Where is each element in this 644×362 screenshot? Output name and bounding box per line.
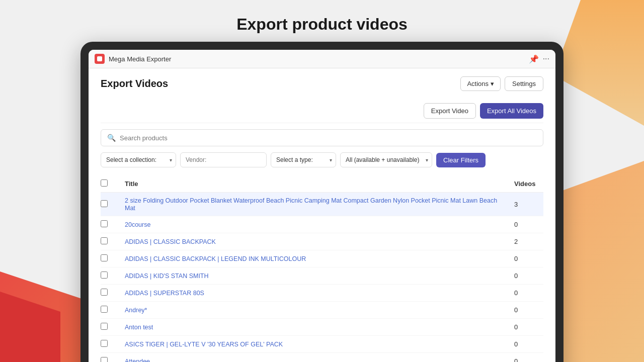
row-checkbox-cell: [101, 216, 119, 233]
page-title: Export product videos: [0, 0, 644, 42]
row-checkbox-cell: [101, 336, 119, 353]
header-buttons: Actions ▾ Settings: [460, 76, 543, 91]
table-row: 2 size Folding Outdoor Pocket Blanket Wa…: [101, 193, 543, 216]
row-checkbox-cell: [101, 319, 119, 336]
collection-filter-wrapper: Select a collection:: [101, 152, 176, 167]
products-tbody: 2 size Folding Outdoor Pocket Blanket Wa…: [101, 193, 543, 363]
search-input[interactable]: [120, 134, 537, 142]
select-all-checkbox[interactable]: [101, 179, 108, 187]
video-count: 0: [514, 340, 518, 348]
row-checkbox-cell: [101, 285, 119, 302]
type-filter[interactable]: Select a type:: [271, 152, 336, 167]
table-row: ADIDAS | SUPERSTAR 80S0: [101, 285, 543, 302]
table-row: ADIDAS | KID'S STAN SMITH0: [101, 267, 543, 285]
table-row: ASICS TIGER | GEL-LYTE V '30 YEARS OF GE…: [101, 336, 543, 353]
row-checkbox-cell: [101, 267, 119, 285]
product-title-cell: Andrey*: [119, 302, 508, 319]
product-videos-cell: 0: [508, 285, 543, 302]
type-filter-wrapper: Select a type:: [271, 152, 336, 167]
videos-column-header: Videos: [508, 175, 543, 193]
video-count: 3: [514, 201, 518, 208]
toolbar-row: Export Video Export All Videos: [101, 99, 543, 123]
row-checkbox[interactable]: [101, 289, 108, 296]
row-checkbox[interactable]: [101, 272, 108, 279]
video-count: 0: [514, 255, 518, 262]
search-bar: 🔍: [101, 129, 543, 146]
product-title-cell: ADIDAS | SUPERSTAR 80S: [119, 285, 508, 302]
product-title-cell: ADIDAS | CLASSIC BACKPACK | LEGEND INK M…: [119, 250, 508, 267]
header-row: Export Videos Actions ▾ Settings: [101, 76, 543, 91]
collection-filter[interactable]: Select a collection:: [101, 152, 176, 167]
row-checkbox-cell: [101, 233, 119, 250]
product-link[interactable]: 20course: [125, 221, 150, 228]
availability-filter[interactable]: All (available + unavailable): [340, 152, 432, 167]
export-videos-title: Export Videos: [101, 78, 168, 89]
products-table: Title Videos 2 size Folding Outdoor Pock…: [101, 175, 543, 362]
video-count: 0: [514, 221, 518, 228]
main-content: Export Videos Actions ▾ Settings Export …: [89, 68, 555, 362]
video-count: 0: [514, 272, 518, 280]
product-videos-cell: 0: [508, 336, 543, 353]
table-row: ADIDAS | CLASSIC BACKPACK | LEGEND INK M…: [101, 250, 543, 267]
product-videos-cell: 2: [508, 233, 543, 250]
product-title-cell: 2 size Folding Outdoor Pocket Blanket Wa…: [119, 193, 508, 216]
table-row: Attendee0: [101, 353, 543, 363]
table-header-row: Title Videos: [101, 175, 543, 193]
table-header: Title Videos: [101, 175, 543, 193]
actions-label: Actions: [467, 80, 489, 87]
app-name: Mega Media Exporter: [109, 55, 525, 63]
product-title-cell: 20course: [119, 216, 508, 233]
video-count: 0: [514, 306, 518, 314]
product-videos-cell: 0: [508, 267, 543, 285]
product-link[interactable]: ADIDAS | SUPERSTAR 80S: [125, 290, 204, 297]
vendor-filter[interactable]: [180, 152, 267, 167]
filters-row: Select a collection: Select a type: All …: [101, 152, 543, 167]
settings-button[interactable]: Settings: [505, 76, 543, 91]
video-count: 0: [514, 357, 518, 362]
availability-filter-wrapper: All (available + unavailable): [340, 152, 432, 167]
video-count: 0: [514, 323, 518, 331]
table-row: Andrey*0: [101, 302, 543, 319]
tablet-frame: Mega Media Exporter 📌 ··· Export Videos …: [80, 42, 564, 362]
tablet-screen: Mega Media Exporter 📌 ··· Export Videos …: [89, 50, 555, 362]
product-link[interactable]: ASICS TIGER | GEL-LYTE V '30 YEARS OF GE…: [125, 341, 283, 348]
app-icon-inner: [97, 56, 102, 61]
product-title-cell: Anton test: [119, 319, 508, 336]
video-count: 2: [514, 238, 518, 245]
product-link[interactable]: ADIDAS | CLASSIC BACKPACK | LEGEND INK M…: [125, 255, 306, 262]
product-link[interactable]: 2 size Folding Outdoor Pocket Blanket Wa…: [125, 197, 497, 212]
actions-button[interactable]: Actions ▾: [460, 76, 501, 91]
row-checkbox[interactable]: [101, 340, 108, 347]
product-link[interactable]: Andrey*: [125, 307, 147, 314]
export-all-videos-button[interactable]: Export All Videos: [480, 103, 543, 119]
product-link[interactable]: ADIDAS | KID'S STAN SMITH: [125, 273, 209, 280]
row-checkbox[interactable]: [101, 237, 108, 244]
row-checkbox[interactable]: [101, 220, 108, 227]
more-icon[interactable]: ···: [543, 54, 549, 63]
product-videos-cell: 0: [508, 216, 543, 233]
clear-filters-button[interactable]: Clear Filters: [436, 153, 486, 167]
table-row: Anton test0: [101, 319, 543, 336]
select-all-header: [101, 175, 119, 193]
pin-icon[interactable]: 📌: [529, 54, 539, 64]
row-checkbox-cell: [101, 193, 119, 216]
row-checkbox[interactable]: [101, 306, 108, 313]
product-link[interactable]: Anton test: [125, 324, 153, 331]
product-videos-cell: 0: [508, 302, 543, 319]
row-checkbox[interactable]: [101, 254, 108, 261]
product-link[interactable]: ADIDAS | CLASSIC BACKPACK: [125, 238, 216, 245]
product-videos-cell: 0: [508, 353, 543, 363]
product-videos-cell: 0: [508, 250, 543, 267]
title-column-header: Title: [119, 175, 508, 193]
row-checkbox-cell: [101, 250, 119, 267]
product-videos-cell: 3: [508, 193, 543, 216]
row-checkbox[interactable]: [101, 200, 108, 207]
app-icon: [95, 54, 105, 64]
table-row: 20course0: [101, 216, 543, 233]
row-checkbox[interactable]: [101, 357, 108, 362]
product-link[interactable]: Attendee: [125, 358, 150, 362]
row-checkbox[interactable]: [101, 323, 108, 330]
search-icon: 🔍: [107, 134, 116, 142]
export-video-button[interactable]: Export Video: [424, 103, 476, 119]
product-videos-cell: 0: [508, 319, 543, 336]
